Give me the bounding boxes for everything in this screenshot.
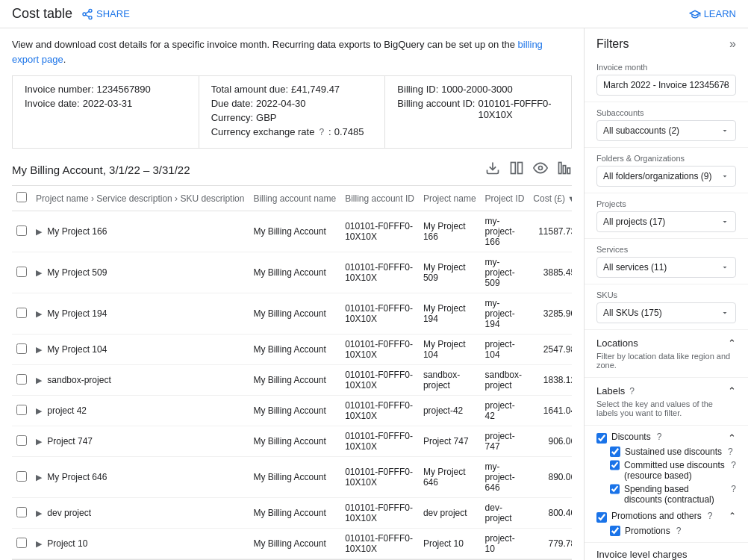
skus-select[interactable]: All SKUs (175) — [596, 302, 736, 323]
exchange-rate-label: Currency exchange rate — [211, 126, 315, 137]
visibility-icon[interactable] — [533, 161, 548, 179]
row-billing-account-id: 010101-F0FFF0-10X10X — [340, 457, 419, 498]
row-project: My Project 194 — [419, 293, 481, 335]
promotions-sub-checkbox[interactable] — [610, 526, 620, 536]
svg-point-8 — [539, 167, 543, 170]
exchange-rate-help-icon[interactable]: ? — [319, 127, 324, 137]
sustained-discounts-checkbox[interactable] — [610, 447, 620, 457]
cost-table: Project name › Service description › SKU… — [12, 185, 572, 559]
row-expand-icon[interactable]: ▶ — [36, 539, 42, 548]
row-project-name: ▶ Project 10 — [31, 529, 249, 559]
row-expand-icon[interactable]: ▶ — [36, 437, 42, 446]
row-checkbox[interactable] — [16, 538, 27, 548]
invoice-number-label: Invoice number: — [25, 84, 94, 95]
row-billing-account-name: My Billing Account — [249, 365, 340, 396]
subaccounts-select[interactable]: All subaccounts (2) — [596, 120, 736, 141]
currency-value: GBP — [256, 112, 276, 123]
chart-icon[interactable] — [557, 161, 572, 179]
row-checkbox-cell[interactable] — [12, 365, 31, 396]
select-all-header[interactable] — [12, 186, 31, 211]
row-checkbox-cell[interactable] — [12, 426, 31, 457]
col-cost[interactable]: Cost (£) ▼ — [529, 186, 572, 211]
invoice-month-select[interactable]: March 2022 - Invoice 1234567890 — [596, 75, 736, 96]
row-checkbox[interactable] — [16, 374, 27, 385]
row-expand-icon[interactable]: ▶ — [36, 227, 42, 236]
row-checkbox-cell[interactable] — [12, 335, 31, 365]
services-select[interactable]: All services (11) — [596, 257, 736, 278]
row-expand-icon[interactable]: ▶ — [36, 473, 42, 482]
row-billing-account-name: My Billing Account — [249, 457, 340, 498]
row-cost: 779.78 — [529, 529, 572, 559]
sustained-help-icon[interactable]: ? — [728, 447, 733, 457]
row-checkbox[interactable] — [16, 225, 27, 236]
row-checkbox[interactable] — [16, 507, 27, 517]
select-all-checkbox[interactable] — [16, 192, 27, 202]
promotions-collapse-icon[interactable]: ⌃ — [729, 511, 736, 521]
filter-projects: Projects All projects (17) — [585, 193, 748, 239]
exchange-rate-value: 0.7485 — [334, 126, 364, 137]
row-checkbox[interactable] — [16, 267, 27, 277]
row-checkbox-cell[interactable] — [12, 396, 31, 426]
filter-subaccounts: Subaccounts All subaccounts (2) — [585, 102, 748, 148]
row-checkbox-cell[interactable] — [12, 498, 31, 529]
row-checkbox[interactable] — [16, 471, 27, 482]
row-project-name: ▶ My Project 509 — [31, 252, 249, 293]
discounts-help-icon[interactable]: ? — [657, 432, 662, 442]
spending-discounts-row: Spending based discounts (contractual) ? — [610, 484, 736, 505]
svg-line-4 — [86, 11, 90, 13]
row-expand-icon[interactable]: ▶ — [36, 376, 42, 385]
committed-discounts-checkbox[interactable] — [610, 460, 620, 470]
row-checkbox-cell[interactable] — [12, 211, 31, 252]
row-billing-account-name: My Billing Account — [249, 335, 340, 365]
promotions-checkbox[interactable] — [596, 512, 607, 523]
row-checkbox[interactable] — [16, 405, 27, 415]
filter-folders: Folders & Organizations All folders/orga… — [585, 148, 748, 193]
committed-help-icon[interactable]: ? — [731, 460, 736, 470]
row-project-id: project-747 — [481, 426, 529, 457]
spending-help-icon[interactable]: ? — [731, 484, 736, 494]
locations-header[interactable]: Locations ⌃ — [596, 337, 736, 349]
due-date-label: Due date: — [211, 98, 253, 109]
credits-collapse-icon[interactable]: ⌃ — [728, 432, 736, 444]
promotions-help-icon[interactable]: ? — [708, 511, 713, 521]
labels-help-icon[interactable]: ? — [629, 386, 635, 396]
folders-select[interactable]: All folders/organizations (9) — [596, 166, 736, 187]
share-button[interactable]: SHARE — [81, 8, 130, 20]
row-expand-icon[interactable]: ▶ — [36, 309, 42, 318]
row-checkbox-cell[interactable] — [12, 252, 31, 293]
row-expand-icon[interactable]: ▶ — [36, 406, 42, 415]
row-project-name: ▶ dev project — [31, 498, 249, 529]
invoice-date-value: 2022-03-31 — [83, 98, 133, 109]
main-layout: View and download cost details for a spe… — [0, 28, 748, 560]
table-row: ▶ dev project My Billing Account 010101-… — [12, 498, 572, 529]
learn-button[interactable]: LEARN — [689, 8, 736, 20]
row-expand-icon[interactable]: ▶ — [36, 345, 42, 354]
row-expand-icon[interactable]: ▶ — [36, 268, 42, 277]
spending-discounts-checkbox[interactable] — [610, 484, 620, 494]
sidebar-header: Filters » — [585, 28, 748, 57]
row-expand-icon[interactable]: ▶ — [36, 508, 42, 517]
row-project: My Project 646 — [419, 457, 481, 498]
download-icon[interactable] — [485, 161, 500, 179]
projects-select[interactable]: All projects (17) — [596, 211, 736, 232]
row-checkbox-cell[interactable] — [12, 457, 31, 498]
table-section: My Billing Account, 3/1/22 – 3/31/22 — [12, 161, 572, 560]
collapse-sidebar-button[interactable]: » — [729, 37, 736, 51]
labels-header[interactable]: Labels ? ⌃ — [596, 385, 736, 396]
learn-icon — [689, 8, 701, 20]
discounts-checkbox[interactable] — [596, 433, 607, 444]
billing-id-value: 1000-2000-3000 — [441, 84, 512, 95]
promotions-sub-help-icon[interactable]: ? — [676, 526, 682, 536]
row-project-id: my-project-166 — [481, 211, 529, 252]
columns-icon[interactable] — [509, 161, 524, 179]
row-cost: 890.06 — [529, 457, 572, 498]
row-checkbox-cell[interactable] — [12, 529, 31, 559]
svg-point-0 — [89, 9, 92, 12]
row-checkbox[interactable] — [16, 343, 27, 354]
row-checkbox[interactable] — [16, 435, 27, 446]
row-checkbox[interactable] — [16, 308, 27, 318]
labels-desc: Select the key and values of the labels … — [596, 399, 736, 417]
table-row: ▶ My Project 194 My Billing Account 0101… — [12, 293, 572, 335]
table-header-row: My Billing Account, 3/1/22 – 3/31/22 — [12, 161, 572, 179]
row-checkbox-cell[interactable] — [12, 293, 31, 335]
